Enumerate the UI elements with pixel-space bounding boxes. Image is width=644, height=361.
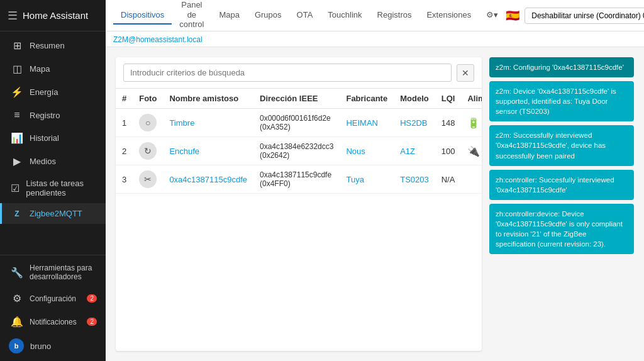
avatar: b xyxy=(9,338,24,353)
sidebar-item-zigbee[interactable]: Z Zigbee2MQTT xyxy=(0,203,106,224)
col-foto: Foto xyxy=(133,89,163,109)
cell-num: 3 xyxy=(116,165,133,194)
sidebar-item-herramientas[interactable]: 🔧 Herramientas para desarrolladores xyxy=(0,258,106,287)
device-name-link[interactable]: Enchufe xyxy=(169,147,199,156)
device-photo: ↻ xyxy=(139,142,157,160)
search-input[interactable] xyxy=(123,64,452,82)
table-row: 3✂0xa4c1387115c9cdfe0xa4c1387115c9cdfe(0… xyxy=(116,165,482,194)
tab-settings[interactable]: ⚙▾ xyxy=(479,6,506,25)
cell-photo: ✂ xyxy=(133,165,163,194)
tab-touchlink[interactable]: Touchlink xyxy=(320,6,369,25)
sidebar-item-medios[interactable]: ▶ Medios xyxy=(0,150,106,173)
sidebar-bottom: 🔧 Herramientas para desarrolladores ⚙ Co… xyxy=(0,255,106,361)
device-name-link[interactable]: Timbre xyxy=(169,118,194,128)
sidebar-item-registro[interactable]: ≡ Registro xyxy=(0,104,106,126)
cell-model: A1Z xyxy=(394,137,435,165)
device-name-link[interactable]: 0xa4c1387115c9cdfe xyxy=(169,175,247,184)
model-link[interactable]: TS0203 xyxy=(400,175,429,184)
sidebar-item-historial[interactable]: 📊 Historial xyxy=(0,126,106,150)
disable-join-button[interactable]: Deshabilitar unirse (Coordinator) 03:32 … xyxy=(525,8,644,24)
tab-dispositivos[interactable]: Dispositivos xyxy=(113,6,172,25)
cell-name: Timbre xyxy=(163,109,253,137)
sidebar-item-label: Listas de tareas pendientes xyxy=(26,179,97,197)
cell-manufacturer: Tuya xyxy=(340,165,394,194)
tab-grupos[interactable]: Grupos xyxy=(247,6,289,25)
search-bar: ✕ xyxy=(116,57,482,89)
sidebar-item-energia[interactable]: ⚡ Energía xyxy=(0,81,106,104)
sidebar-item-mapa[interactable]: ◫ Mapa xyxy=(0,57,106,81)
sidebar-item-notificaciones[interactable]: 🔔 Notificaciones 2 xyxy=(0,310,106,333)
tab-extensiones[interactable]: Extensiones xyxy=(419,6,479,25)
tab-ota[interactable]: OTA xyxy=(289,6,321,25)
sidebar-item-label: Herramientas para desarrolladores xyxy=(30,264,97,281)
col-num: # xyxy=(116,89,133,109)
map-icon: ◫ xyxy=(11,63,23,75)
notif-badge: 2 xyxy=(87,318,97,326)
media-icon: ▶ xyxy=(11,155,23,167)
tab-mapa[interactable]: Mapa xyxy=(211,6,247,25)
coordinator-link[interactable]: Z2M@homeassistant.local xyxy=(113,33,203,47)
toast-notification: z2m: Configuring '0xa4c1387115c9cdfe' xyxy=(489,57,634,77)
col-lqi: LQI xyxy=(435,89,462,109)
config-icon: ⚙ xyxy=(11,292,23,304)
user-name: bruno xyxy=(30,342,51,351)
tools-icon: 🔧 xyxy=(11,267,23,279)
power-icon: 🔌 xyxy=(467,146,480,157)
sidebar-item-label: Configuración xyxy=(30,294,76,303)
search-clear-button[interactable]: ✕ xyxy=(457,64,474,82)
model-link[interactable]: A1Z xyxy=(400,147,415,156)
config-badge: 2 xyxy=(87,294,97,303)
language-flag[interactable]: 🇪🇸 xyxy=(506,9,519,23)
energy-icon: ⚡ xyxy=(11,86,23,98)
subnav: Z2M@homeassistant.local xyxy=(106,31,644,47)
cell-lqi: 148 xyxy=(435,109,462,137)
grid-icon: ⊞ xyxy=(11,40,23,52)
menu-icon[interactable]: ☰ xyxy=(8,9,18,23)
sidebar-item-label: Notificaciones xyxy=(30,318,77,326)
cell-photo: ○ xyxy=(133,109,163,137)
cell-model: HS2DB xyxy=(394,109,435,137)
sidebar-item-label: Registro xyxy=(30,111,60,120)
sidebar-item-listas[interactable]: ☑ Listas de tareas pendientes xyxy=(0,173,106,203)
col-alimentacion: Alimentación xyxy=(461,89,482,109)
cell-ieee: 0xa4c1387115c9cdfe(0x4FF0) xyxy=(253,165,340,194)
cell-lqi: 100 xyxy=(435,137,462,165)
cell-num: 2 xyxy=(116,137,133,165)
cell-power xyxy=(461,165,482,194)
cell-power: 🔌 xyxy=(461,137,482,165)
col-fabricante: Fabricante xyxy=(340,89,394,109)
model-link[interactable]: HS2DB xyxy=(400,118,427,128)
cell-manufacturer: Nous xyxy=(340,137,394,165)
tab-panel[interactable]: Paneldecontrol xyxy=(172,0,211,33)
cell-model: TS0203 xyxy=(394,165,435,194)
table-header-row: # Foto Nombre amistoso Dirección IEEE Fa… xyxy=(116,89,482,109)
close-icon: ✕ xyxy=(462,68,469,78)
table-row: 1○Timbre0x000d6f00161f6d2e(0xA352)HEIMAN… xyxy=(116,109,482,137)
sidebar-item-label: Resumen xyxy=(30,41,65,50)
topnav-right: 🇪🇸 Deshabilitar unirse (Coordinator) 03:… xyxy=(506,8,644,24)
user-item: b bruno xyxy=(0,333,106,358)
topnav-tabs: Dispositivos Paneldecontrol Mapa Grupos … xyxy=(113,0,506,33)
manufacturer-link[interactable]: Tuya xyxy=(346,175,364,184)
cell-ieee: 0xa4c1384e6232dcc3(0x2642) xyxy=(253,137,340,165)
device-table-container: # Foto Nombre amistoso Dirección IEEE Fa… xyxy=(116,89,482,351)
topnav: Dispositivos Paneldecontrol Mapa Grupos … xyxy=(106,0,644,31)
cell-name: 0xa4c1387115c9cdfe xyxy=(163,165,253,194)
history-icon: 📊 xyxy=(11,132,23,144)
cell-ieee: 0x000d6f00161f6d2e(0xA352) xyxy=(253,109,340,137)
sidebar-item-configuracion[interactable]: ⚙ Configuración 2 xyxy=(0,287,106,310)
app-title: Home Assistant xyxy=(23,10,88,21)
cell-power: 🔋 xyxy=(461,109,482,137)
sidebar-item-label: Medios xyxy=(30,157,56,166)
toast-notification: zh:controller: Succesfully interviewed '… xyxy=(489,170,634,200)
manufacturer-link[interactable]: Nous xyxy=(346,147,365,156)
device-photo: ✂ xyxy=(139,170,157,188)
sidebar-item-resumen[interactable]: ⊞ Resumen xyxy=(0,34,106,57)
power-icon: 🔋 xyxy=(467,118,480,128)
cell-photo: ↻ xyxy=(133,137,163,165)
tab-registros[interactable]: Registros xyxy=(370,6,419,25)
bell-icon: 🔔 xyxy=(11,316,23,328)
manufacturer-link[interactable]: HEIMAN xyxy=(346,118,378,128)
col-ieee: Dirección IEEE xyxy=(253,89,340,109)
col-name: Nombre amistoso xyxy=(163,89,253,109)
